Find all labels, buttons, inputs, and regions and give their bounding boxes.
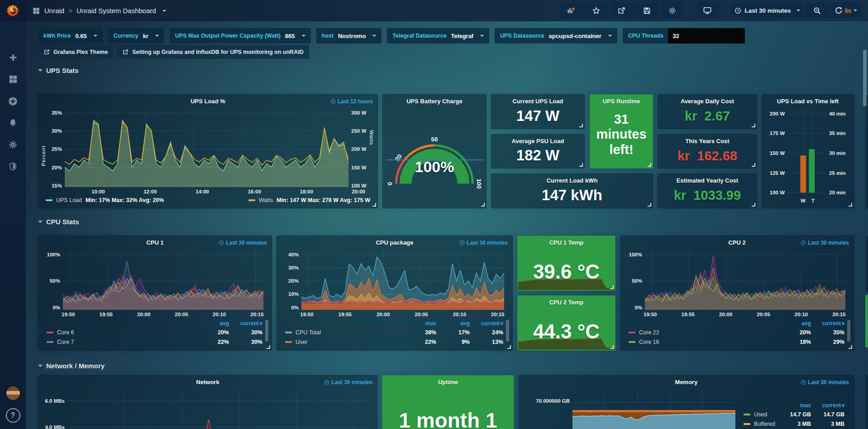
legend-scrollbar[interactable]: [847, 320, 850, 342]
legend-name[interactable]: UPS Load: [56, 197, 82, 203]
network-chart[interactable]: [67, 389, 369, 429]
axis-tick: 0%: [291, 305, 299, 310]
dashboards-grid-icon[interactable]: [32, 7, 40, 15]
section-ups-stats[interactable]: UPS Stats: [38, 64, 854, 76]
refresh-interval-label[interactable]: 5s: [845, 7, 851, 14]
dashboard-link-setting-up-grafana-and-influxdb-for-ups-monitoring-on-unraid[interactable]: Setting up Grafana and InfluxDB for UPS …: [117, 45, 309, 59]
variable-telegraf-datasource[interactable]: Telegraf DatasourceTelegraf: [387, 28, 489, 43]
kiosk-mode-button[interactable]: [696, 3, 719, 18]
variable-currency[interactable]: Currencykr: [108, 28, 164, 43]
variable-ups-datasource[interactable]: UPS Datasourceapcupsd-container: [495, 28, 617, 43]
panel-time-override[interactable]: Last 30 minutes: [324, 379, 372, 386]
variable-value: apcupsd-container: [548, 33, 601, 39]
legend-row-core-22: Core 2220%35%: [629, 328, 844, 337]
variable-cpu-threads[interactable]: CPU Threads: [623, 28, 745, 43]
panel-time-override[interactable]: Last 12 hours: [330, 98, 373, 105]
sidebar-configuration-button[interactable]: [0, 134, 26, 155]
load-vs-time-bars[interactable]: [787, 108, 826, 196]
legend-column-current[interactable]: current: [811, 320, 844, 327]
section-cpu-stats[interactable]: CPU Stats: [38, 216, 854, 227]
scrollbar-thumb[interactable]: [863, 50, 867, 106]
add-panel-icon: [566, 6, 575, 15]
share-button[interactable]: [610, 3, 633, 18]
panel-time-override[interactable]: Last 30 minutes: [801, 240, 849, 246]
legend-column-avg[interactable]: avg: [777, 320, 811, 327]
legend-name[interactable]: CPU Total: [296, 329, 321, 336]
legend-name[interactable]: User: [296, 339, 307, 345]
legend-column-max[interactable]: max: [403, 320, 436, 327]
refresh-caret-icon[interactable]: [854, 10, 857, 11]
legend-swatch: [629, 341, 635, 343]
page-title[interactable]: Unraid System Dashboard: [76, 7, 156, 14]
page-scrollbar[interactable]: [863, 21, 867, 429]
legend-scrollbar[interactable]: [265, 320, 268, 342]
legend-column-avg[interactable]: avg: [196, 320, 229, 327]
cpu-package-chart[interactable]: [301, 250, 504, 310]
panel-title[interactable]: UPS Load %: [38, 95, 377, 106]
panel-time-override[interactable]: Last 30 minutes: [219, 240, 267, 246]
dashboard-settings-button[interactable]: [660, 3, 684, 18]
legend-item-watts[interactable]: WattsMin: 147 W Max: 278 W Avg: 175 W: [248, 197, 370, 203]
star-button[interactable]: [584, 3, 608, 18]
panel-title[interactable]: Estimated Yearly Cost: [658, 174, 757, 184]
sidebar-explore-button[interactable]: [0, 90, 26, 112]
panel-title[interactable]: Average Daily Cost: [658, 95, 757, 105]
legend-name[interactable]: Watts: [259, 197, 273, 203]
legend-name[interactable]: Used: [754, 411, 767, 418]
variable-ups-max-output-power-capacity-watt[interactable]: UPS Max Output Power Capacity (Watt)865: [170, 28, 311, 43]
add-panel-button[interactable]: [559, 3, 582, 18]
help-button[interactable]: ?: [6, 408, 20, 423]
legend-name[interactable]: Buffered: [754, 421, 775, 427]
variable-kwh-price[interactable]: kWh Price0.65: [38, 28, 103, 43]
legend-name[interactable]: Core 7: [57, 339, 74, 345]
time-range-picker[interactable]: Last 30 minutes: [731, 3, 803, 18]
legend-scrollbar[interactable]: [506, 320, 509, 342]
legend-name[interactable]: Core 22: [639, 329, 659, 336]
panel-time-override[interactable]: Last 30 minutes: [801, 379, 849, 386]
section-network-memory[interactable]: Network / Memory: [38, 360, 854, 371]
user-avatar[interactable]: [6, 386, 20, 400]
grafana-logo[interactable]: [0, 0, 26, 21]
panel-ups-load: UPS Load % Last 12 hours Percent 35%30%2…: [38, 94, 378, 208]
cpu2-chart[interactable]: [645, 250, 845, 310]
variable-input[interactable]: [668, 28, 745, 43]
legend-name[interactable]: Core 6: [57, 329, 74, 336]
legend-item-ups-load[interactable]: UPS LoadMin: 17% Max: 32% Avg: 20%: [46, 197, 164, 203]
panel-title[interactable]: CPU 1 Temp: [518, 236, 615, 246]
legend-column-current[interactable]: current: [811, 402, 844, 409]
cpu1-chart[interactable]: [63, 250, 263, 310]
legend-column-avg[interactable]: avg: [436, 320, 470, 327]
save-button[interactable]: [635, 3, 658, 18]
stat-value: 31 minutes left!: [590, 105, 653, 168]
panel-title[interactable]: Current UPS Load: [491, 95, 584, 105]
refresh-button[interactable]: 5s: [831, 3, 861, 18]
panel-title[interactable]: CPU 2 Temp: [518, 296, 615, 306]
legend-column-current[interactable]: current: [470, 320, 503, 327]
title-caret-icon[interactable]: [162, 10, 166, 12]
legend-name[interactable]: Core 16: [639, 339, 659, 345]
sidebar-server-admin-button[interactable]: [0, 155, 26, 177]
panel-title[interactable]: Uptime: [382, 376, 514, 386]
panel-title[interactable]: UPS Battery Charge: [383, 95, 486, 105]
panel-time-override[interactable]: Last 30 minutes: [459, 240, 508, 246]
axis-tick: 12:00: [143, 189, 157, 194]
memory-chart[interactable]: [572, 390, 735, 429]
legend-column-max[interactable]: max: [777, 402, 811, 409]
zoom-out-button[interactable]: [806, 3, 829, 18]
panel-title[interactable]: Average PSU Load: [491, 135, 584, 145]
variable-host[interactable]: hostNostromo: [316, 28, 382, 43]
panel-title[interactable]: UPS Load vs Time left: [762, 95, 854, 106]
axis-tick: 250 W: [351, 128, 366, 134]
legend-column-current[interactable]: current: [229, 320, 262, 327]
panel-title[interactable]: UPS Runtime: [590, 95, 653, 105]
axis-tick: 100 W: [770, 190, 785, 195]
sidebar-create-button[interactable]: [0, 47, 26, 68]
sidebar-dashboards-button[interactable]: [0, 68, 26, 90]
panel-title[interactable]: This Years Cost: [658, 135, 757, 145]
panel-title[interactable]: Current Load kWh: [491, 174, 653, 184]
sidebar-alerting-button[interactable]: [0, 112, 26, 134]
axis-tick: 20%: [288, 278, 299, 284]
ups-load-chart[interactable]: [65, 108, 348, 187]
dashboard-link-grafana-plex-theme[interactable]: Grafana Plex Theme: [38, 45, 113, 59]
breadcrumb-app[interactable]: Unraid: [44, 7, 64, 14]
